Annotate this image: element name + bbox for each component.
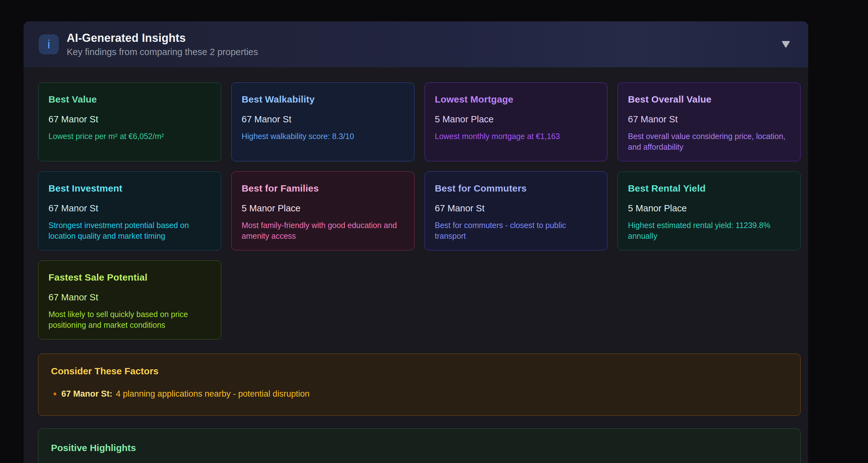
insight-card-property: 5 Manor Place [435, 114, 597, 125]
insight-card: Best Rental Yield 5 Manor Place Highest … [618, 171, 801, 251]
insight-card-description: Highest walkability score: 8.3/10 [242, 131, 404, 141]
bullet-dot-icon [54, 393, 56, 395]
insight-card-title: Best Investment [49, 183, 211, 194]
header-text: AI-Generated Insights Key findings from … [67, 31, 258, 57]
collapse-button[interactable] [780, 39, 792, 50]
insight-card-description: Strongest investment potential based on … [49, 220, 211, 241]
panel-body: Best Value 67 Manor St Lowest price per … [24, 67, 808, 463]
insight-card-description: Lowest price per m² at €6,052/m² [49, 131, 211, 141]
insights-grid: Best Value 67 Manor St Lowest price per … [38, 82, 801, 339]
insight-card-property: 67 Manor St [49, 203, 211, 213]
insight-card: Best Value 67 Manor St Lowest price per … [38, 82, 221, 161]
ai-insights-panel: i AI-Generated Insights Key findings fro… [24, 22, 808, 463]
insight-card-property: 67 Manor St [49, 114, 211, 125]
insight-card: Lowest Mortgage 5 Manor Place Lowest mon… [425, 82, 608, 161]
consider-factors-list: 67 Manor St: 4 planning applications nea… [51, 389, 788, 399]
consider-factor-item: 67 Manor St: 4 planning applications nea… [51, 389, 788, 399]
insight-card: Best Overall Value 67 Manor St Best over… [618, 82, 801, 161]
consider-factor-text: 4 planning applications nearby - potenti… [116, 389, 309, 399]
panel-title: AI-Generated Insights [67, 31, 258, 45]
insight-card-description: Most family-friendly with good education… [242, 220, 404, 241]
insight-card-title: Best for Families [242, 183, 404, 194]
insight-card-description: Best overall value considering price, lo… [628, 131, 790, 152]
insight-card: Fastest Sale Potential 67 Manor St Most … [38, 260, 221, 339]
consider-factors-title: Consider These Factors [51, 366, 788, 376]
panel-header: i AI-Generated Insights Key findings fro… [24, 22, 808, 67]
insight-card-title: Lowest Mortgage [435, 94, 597, 105]
consider-factor-property: 67 Manor St: [61, 389, 112, 399]
info-icon: i [39, 34, 59, 55]
insight-card: Best for Families 5 Manor Place Most fam… [231, 171, 414, 251]
insight-card: Best Investment 67 Manor St Strongest in… [38, 171, 221, 251]
insight-card-title: Best Overall Value [628, 94, 790, 105]
insight-card-property: 5 Manor Place [628, 203, 790, 213]
insight-card-property: 67 Manor St [435, 203, 597, 213]
consider-factors-card: Consider These Factors 67 Manor St: 4 pl… [38, 354, 801, 416]
panel-subtitle: Key findings from comparing these 2 prop… [67, 47, 258, 57]
insight-card-description: Most likely to sell quickly based on pri… [49, 309, 211, 330]
insight-card-title: Best Value [49, 94, 211, 105]
insight-card: Best for Commuters 67 Manor St Best for … [425, 171, 608, 251]
insight-card-title: Best for Commuters [435, 183, 597, 194]
insight-card-description: Highest estimated rental yield: 11239.8%… [628, 220, 790, 241]
insight-card-property: 67 Manor St [242, 114, 404, 125]
chevron-down-icon [782, 40, 790, 48]
insight-card-description: Best for commuters - closest to public t… [435, 220, 597, 241]
positive-highlights-title: Positive Highlights [51, 442, 788, 453]
insight-card-title: Best Walkability [242, 94, 404, 105]
insight-card-property: 5 Manor Place [242, 203, 404, 213]
insight-card-title: Fastest Sale Potential [49, 272, 211, 283]
insight-card-title: Best Rental Yield [628, 183, 790, 194]
insight-card-property: 67 Manor St [628, 114, 790, 125]
insight-card: Best Walkability 67 Manor St Highest wal… [231, 82, 414, 161]
info-icon-letter: i [48, 38, 50, 51]
insight-card-description: Lowest monthly mortgage at €1,163 [435, 131, 597, 141]
insight-card-property: 67 Manor St [49, 292, 211, 303]
positive-highlights-card: Positive Highlights [38, 428, 801, 463]
